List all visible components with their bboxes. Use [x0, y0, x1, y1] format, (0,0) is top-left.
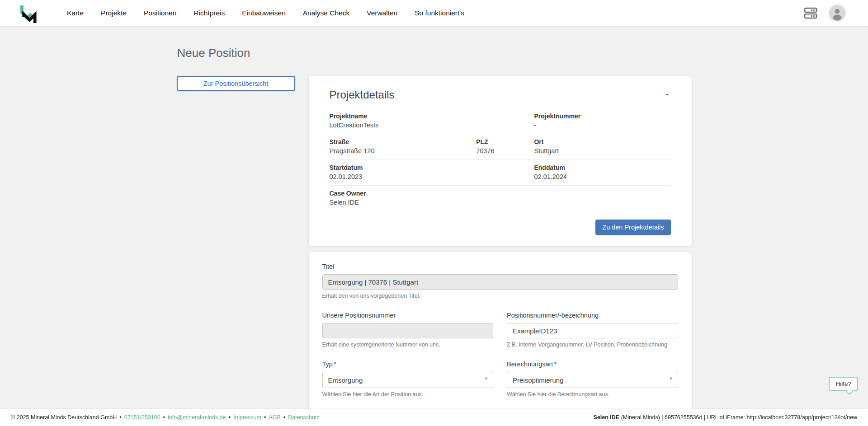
- titel-label: Titel: [322, 263, 678, 270]
- required-asterisk: *: [334, 360, 336, 368]
- required-asterisk: *: [554, 360, 557, 368]
- top-navbar: Karte Projekte Positionen Richtpreis Ein…: [0, 0, 868, 26]
- separator: •: [264, 414, 266, 421]
- impressum-link[interactable]: Impressum: [233, 414, 261, 421]
- footer-session-info: Selen IDE (Mineral Minds) | 69576255536d…: [594, 414, 857, 421]
- detail-row-address: Straße Pragstraße 120 PLZ 70376 Ort Stut…: [330, 134, 671, 159]
- main-nav: Karte Projekte Positionen Richtpreis Ein…: [67, 0, 464, 26]
- field-value: 02.01.2024: [534, 173, 670, 180]
- separator: •: [119, 414, 121, 421]
- field-value: Selen IDE: [330, 199, 671, 206]
- agb-link[interactable]: AGB: [269, 414, 280, 421]
- positionsnummer-group: Positionsnummer/-bezeichnung Z.B. Intern…: [507, 312, 678, 348]
- project-details-title: Projektdetails: [330, 89, 395, 101]
- field-value: -: [534, 122, 670, 129]
- positionsnummer-input[interactable]: [507, 323, 678, 338]
- detail-row-name-number: Projektname LotCreationTests Projektnumm…: [330, 108, 671, 134]
- left-column: Zur Positionsübersicht: [177, 76, 295, 91]
- detail-row-dates: Startdatum 02.01.2023 Enddatum 02.01.202…: [330, 159, 671, 185]
- titel-helper: Erhält den von uns vorgegebenen Titel.: [322, 293, 678, 299]
- user-avatar-icon[interactable]: [829, 5, 845, 21]
- project-details-card: Projektdetails - Projektname LotCreation…: [309, 76, 692, 246]
- field-value: 70376: [476, 147, 534, 154]
- field-value: 02.01.2023: [330, 173, 534, 180]
- titel-input: [322, 274, 678, 290]
- footer: © 2025 Mineral Minds Deutschland GmbH • …: [0, 409, 868, 426]
- berechnungsart-select[interactable]: Preisoptimierung: [507, 372, 678, 388]
- nav-item-positionen[interactable]: Positionen: [144, 0, 176, 26]
- typ-label: Typ*: [322, 360, 494, 368]
- phone-link[interactable]: 07151/250100: [124, 414, 160, 421]
- footer-left: © 2025 Mineral Minds Deutschland GmbH • …: [11, 414, 320, 421]
- typ-helper: Wählen Sie hier die Art der Position aus…: [322, 391, 494, 398]
- berechnungsart-helper: Wählen Sie hier die Berechnungsart aus.: [507, 391, 678, 398]
- field-label: Startdatum: [330, 164, 534, 171]
- copyright-text: © 2025 Mineral Minds Deutschland GmbH: [11, 414, 117, 421]
- field-label: Enddatum: [534, 164, 670, 171]
- nav-item-projekte[interactable]: Projekte: [101, 0, 127, 26]
- field-value: Pragstraße 120: [330, 147, 476, 154]
- brand-logo-icon[interactable]: [18, 3, 38, 23]
- typ-group: Typ* Entsorgung ▼ Wählen Sie hier die Ar…: [322, 360, 494, 398]
- unsere-positionsnummer-label: Unsere Positionsnummer: [322, 312, 494, 319]
- detail-row-case-owner: Case Owner Selen IDE: [330, 185, 671, 211]
- typ-select[interactable]: Entsorgung: [322, 372, 494, 388]
- unsere-positionsnummer-input: [322, 323, 494, 338]
- field-value: Stuttgart: [534, 147, 670, 154]
- field-label: Case Owner: [330, 190, 671, 197]
- berechnungsart-label-text: Berechnungsart: [507, 360, 553, 368]
- nav-item-analyse-check[interactable]: Analyse Check: [303, 0, 349, 26]
- berechnungsart-group: Berechnungsart* Preisoptimierung ▼ Wähle…: [507, 360, 678, 398]
- datenschutz-link[interactable]: Datenschutz: [288, 414, 319, 421]
- collapse-minus-icon[interactable]: -: [664, 89, 671, 99]
- field-label: PLZ: [476, 138, 534, 145]
- separator: •: [229, 414, 231, 421]
- titel-group: Titel Erhält den von uns vorgegebenen Ti…: [322, 263, 678, 299]
- right-column: Projektdetails - Projektname LotCreation…: [309, 76, 692, 426]
- navbar-right: [804, 5, 845, 21]
- email-link[interactable]: info@mineral-minds.de: [168, 414, 226, 421]
- session-user: Selen IDE: [594, 414, 620, 421]
- new-position-form-card: Titel Erhält den von uns vorgegebenen Ti…: [309, 252, 692, 426]
- server-icon[interactable]: [804, 7, 817, 19]
- nav-item-richtpreis[interactable]: Richtpreis: [193, 0, 225, 26]
- session-details: (Mineral Minds) | 69576255536d | URL of …: [619, 414, 857, 421]
- go-to-project-details-button[interactable]: Zu den Projektdetails: [595, 220, 670, 235]
- nav-item-verwalten[interactable]: Verwalten: [367, 0, 397, 26]
- nav-item-karte[interactable]: Karte: [67, 0, 84, 26]
- positions-overview-button[interactable]: Zur Positionsübersicht: [177, 76, 295, 91]
- unsere-positionsnummer-group: Unsere Positionsnummer Erhält eine syste…: [322, 312, 494, 348]
- unsere-positionsnummer-helper: Erhält eine systemgenerierte Nummer von …: [322, 342, 494, 348]
- positionsnummer-helper: Z.B. Interne-Vorgangsnummer, LV-Position…: [507, 342, 678, 348]
- page-title: Neue Position: [177, 46, 692, 60]
- field-label: Projektname: [330, 112, 534, 120]
- separator: •: [283, 414, 285, 421]
- field-label: Ort: [534, 138, 670, 145]
- berechnungsart-label: Berechnungsart*: [507, 360, 678, 368]
- field-label: Straße: [330, 138, 476, 145]
- main-content: Neue Position Zur Positionsübersicht Pro…: [0, 26, 868, 426]
- help-button[interactable]: Hilfe?: [829, 377, 858, 391]
- field-label: Projektnummer: [534, 112, 670, 120]
- nav-item-so-funktionierts[interactable]: So funktioniert's: [415, 0, 464, 26]
- nav-item-einbauweisen[interactable]: Einbauweisen: [242, 0, 286, 26]
- separator: •: [163, 414, 165, 421]
- field-value: LotCreationTests: [330, 122, 534, 129]
- positionsnummer-label: Positionsnummer/-bezeichnung: [507, 312, 678, 319]
- title-divider: [177, 63, 692, 63]
- typ-label-text: Typ: [322, 360, 333, 368]
